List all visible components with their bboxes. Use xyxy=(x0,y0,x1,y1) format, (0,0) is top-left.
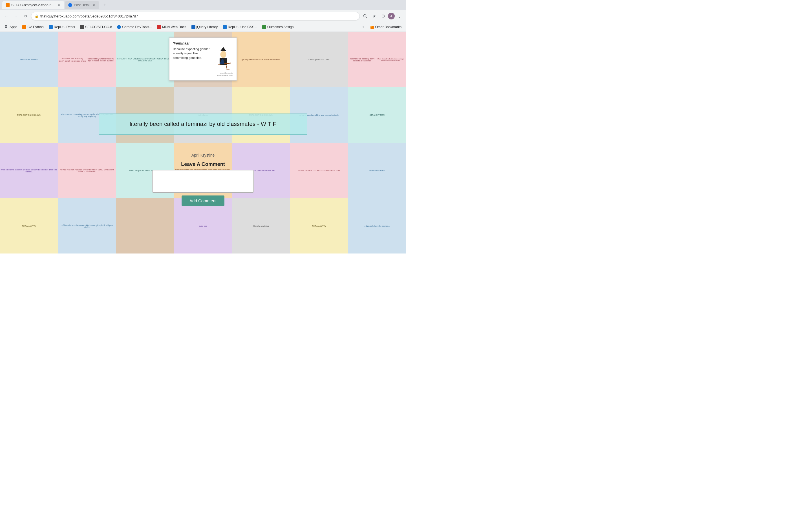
collage-cell: Women on the internet are bad. Men in th… xyxy=(0,143,58,198)
address-bar[interactable]: 🔒 that-guy.herokuapp.com/posts/5ede6935c… xyxy=(31,12,360,20)
bm-2-label: Repl.it - Repls xyxy=(54,25,75,29)
collage-cell: Women: we actually don't exist to please… xyxy=(58,32,116,87)
post-caption-text: literally been called a feminazi by old … xyxy=(130,121,276,127)
tab-2[interactable]: Post Detail ✕ xyxy=(65,1,99,9)
collage-cell: ♫ Wo-oah, here he comes... xyxy=(348,198,406,253)
collage-cell: male ego xyxy=(174,198,232,253)
bm-6-label: jQuery Library xyxy=(197,25,218,29)
collage-cell: TO ALL THE MEN FEELING ATTACKED RIGHT NO… xyxy=(58,143,116,198)
lock-icon: 🔒 xyxy=(35,14,39,18)
post-caption-box: literally been called a feminazi by old … xyxy=(99,114,307,135)
svg-line-1 xyxy=(366,17,367,18)
bm-5-favicon xyxy=(157,25,161,29)
collage-cell: ACTUALLYYYY xyxy=(290,198,348,253)
bm-1-label: GA Python xyxy=(28,25,43,29)
new-tab-button[interactable]: + xyxy=(101,1,109,9)
collage-cell: TO ALL THE MEN FEELING ATTACKED RIGHT NO… xyxy=(290,143,348,198)
svg-rect-3 xyxy=(6,25,7,26)
bm-3-favicon xyxy=(80,25,84,29)
bookmark-chrome-devtools[interactable]: Chrome DevTools... xyxy=(115,24,154,31)
bm-7-label: Repl.it - Use CSS... xyxy=(228,25,257,29)
meme-source: your@ecardssomecards.com xyxy=(173,72,233,77)
bookmark-replit-repls[interactable]: Repl.it - Repls xyxy=(47,24,77,31)
tab-bar: SEI-CC-8/project-2-code-revi... ✕ Post D… xyxy=(0,0,406,10)
post-author: April Krystine xyxy=(192,153,214,158)
profile-button[interactable]: A xyxy=(388,13,395,19)
more-bookmarks-button[interactable]: » xyxy=(361,25,366,29)
other-bookmarks-label: Other Bookmarks xyxy=(375,25,402,29)
back-button[interactable]: ← xyxy=(2,12,11,20)
svg-point-0 xyxy=(364,15,366,17)
collage-cell: #MANSPLAINING xyxy=(0,32,58,87)
bm-2-favicon xyxy=(49,25,53,29)
collage-cell: ♫ Wo-oah, here he comes Watch out girls,… xyxy=(58,198,116,253)
svg-rect-5 xyxy=(6,27,7,28)
bm-1-favicon xyxy=(22,25,26,29)
collage-cell xyxy=(116,198,174,253)
bookmark-mdn[interactable]: MDN Web Docs xyxy=(155,24,189,31)
collage-cell: Cats Against Cat Calls xyxy=(290,32,348,87)
bm-4-label: Chrome DevTools... xyxy=(122,25,152,29)
collage-cell: literally anything xyxy=(232,198,290,253)
apps-icon xyxy=(4,25,8,29)
collage-cell: Women: we actually don't exist to please… xyxy=(348,32,406,87)
forward-button[interactable]: → xyxy=(12,12,20,20)
bm-7-favicon xyxy=(223,25,227,29)
reload-button[interactable]: ↻ xyxy=(21,12,30,20)
menu-button[interactable]: ⋮ xyxy=(395,12,404,20)
bookmark-outcomes[interactable]: Outcomes Assign... xyxy=(260,24,299,31)
svg-rect-4 xyxy=(5,27,6,28)
meme-card: 'Feminazi' Because expecting gender equa… xyxy=(169,38,237,80)
bookmark-ga-python[interactable]: GA Python xyxy=(20,24,46,31)
search-button[interactable] xyxy=(361,12,369,20)
meme-witch-illustration xyxy=(213,47,233,72)
collage-cell: #MANSPLAINING xyxy=(348,143,406,198)
main-content: #MANSPLAINING Women: we actually don't e… xyxy=(0,32,406,253)
tab-1-favicon xyxy=(6,3,10,7)
svg-rect-7 xyxy=(370,26,372,27)
collage-cell: STRAIGHT MEN UNDERSTAND CONSENT WHEN THE… xyxy=(116,32,174,87)
tab-1-title: SEI-CC-8/project-2-code-revi... xyxy=(11,3,55,7)
bm-6-favicon xyxy=(192,25,195,29)
url-text: that-guy.herokuapp.com/posts/5ede6935c1d… xyxy=(40,14,356,18)
folder-icon xyxy=(370,25,374,29)
comment-heading: Leave A Comment xyxy=(181,161,225,167)
nav-right-icons: ★ ⏱ A ⋮ xyxy=(361,12,404,20)
collage-cell: GURL SHIT ON HIS LAWN xyxy=(0,87,58,143)
tab-2-close[interactable]: ✕ xyxy=(92,3,96,7)
bookmarks-bar: Apps GA Python Repl.it - Repls SEI-CC/SE… xyxy=(0,22,406,32)
apps-label: Apps xyxy=(10,25,17,29)
tab-2-title: Post Detail xyxy=(74,3,90,7)
comment-textarea[interactable] xyxy=(152,170,254,193)
bm-3-label: SEI-CC/SEI-CC-8 xyxy=(85,25,112,29)
tab-1[interactable]: SEI-CC-8/project-2-code-revi... ✕ xyxy=(2,1,64,9)
bookmark-star-button[interactable]: ★ xyxy=(370,12,378,20)
bm-4-favicon xyxy=(117,25,121,29)
apps-bookmark[interactable]: Apps xyxy=(2,24,19,31)
other-bookmarks[interactable]: Other Bookmarks xyxy=(368,24,404,31)
tab-1-close[interactable]: ✕ xyxy=(57,3,61,7)
svg-point-8 xyxy=(220,51,226,58)
bookmark-sei-cc[interactable]: SEI-CC/SEI-CC-8 xyxy=(78,24,114,31)
meme-title: 'Feminazi' xyxy=(173,41,233,45)
tab-2-favicon xyxy=(68,3,72,7)
collage-cell: STRAIGHT MEN xyxy=(348,87,406,143)
collage-cell: ACTUALLYYYY xyxy=(0,198,58,253)
svg-rect-2 xyxy=(5,25,6,26)
add-comment-button[interactable]: Add Comment xyxy=(182,195,224,206)
nav-bar: ← → ↻ 🔒 that-guy.herokuapp.com/posts/5ed… xyxy=(0,10,406,22)
browser-chrome: SEI-CC-8/project-2-code-revi... ✕ Post D… xyxy=(0,0,406,32)
bookmark-replit-css[interactable]: Repl.it - Use CSS... xyxy=(220,24,259,31)
history-button[interactable]: ⏱ xyxy=(379,12,388,20)
comment-section: Leave A Comment Add Comment xyxy=(152,161,254,206)
bookmark-jquery[interactable]: jQuery Library xyxy=(189,24,220,31)
svg-marker-9 xyxy=(220,47,226,51)
bm-5-label: MDN Web Docs xyxy=(162,25,186,29)
collage-cell: get my attention? NOW MALE FRAGILITY xyxy=(232,32,290,87)
bm-8-favicon xyxy=(262,25,266,29)
search-icon xyxy=(363,14,367,18)
bm-8-label: Outcomes Assign... xyxy=(267,25,296,29)
